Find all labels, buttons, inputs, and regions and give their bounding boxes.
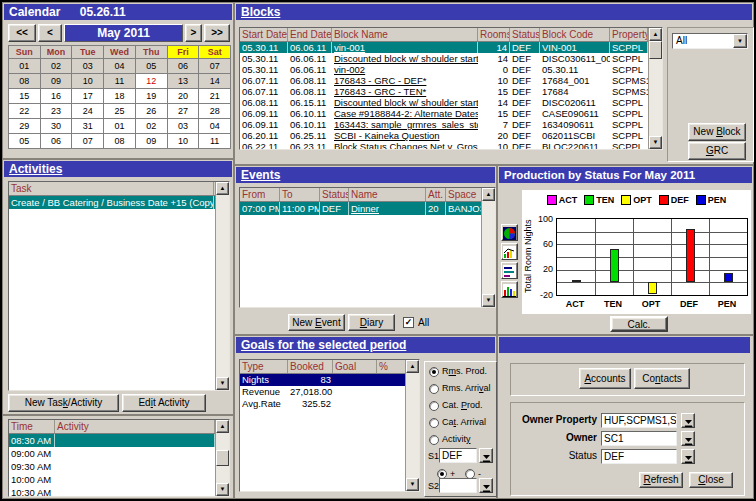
calendar-day[interactable]: 22 bbox=[9, 104, 41, 119]
accounts-button[interactable]: Accounts bbox=[579, 368, 631, 389]
calendar-day[interactable]: 09 bbox=[136, 134, 168, 149]
activities-title[interactable]: Activities bbox=[9, 162, 62, 176]
s1-input[interactable]: DEF bbox=[439, 448, 477, 463]
time-schedule-list[interactable]: TimeActivity08:30 AM09:00 AM09:30 AM10:0… bbox=[8, 419, 230, 497]
calendar-day[interactable]: 11 bbox=[104, 74, 136, 89]
lov-button[interactable] bbox=[681, 431, 695, 446]
s1-lov-button[interactable] bbox=[479, 448, 493, 463]
scroll-up-icon[interactable]: ▲ bbox=[482, 188, 495, 201]
calendar-day[interactable]: 30 bbox=[41, 119, 73, 134]
calendar-day[interactable]: 16 bbox=[41, 89, 73, 104]
calendar-day[interactable]: 27 bbox=[168, 104, 200, 119]
scroll-down-icon[interactable]: ▼ bbox=[406, 478, 419, 491]
chart-type-3d-bar-chart-button[interactable] bbox=[501, 281, 518, 298]
block-filter-select[interactable]: All ▼ bbox=[672, 33, 748, 49]
contacts-button[interactable]: Contacts bbox=[634, 368, 690, 389]
table-row[interactable]: 09:30 AM bbox=[9, 460, 229, 473]
events-title[interactable]: Events bbox=[241, 168, 280, 182]
calendar-day[interactable]: 29 bbox=[9, 119, 41, 134]
goal-scope-radio[interactable] bbox=[429, 384, 439, 394]
edit-activity-button[interactable]: Edit Activity bbox=[122, 394, 206, 412]
calendar-day[interactable]: 12 bbox=[136, 74, 168, 89]
new-task-activity-button[interactable]: New Task/Activity bbox=[8, 394, 119, 412]
next-year-button[interactable]: >> bbox=[204, 24, 230, 42]
calendar-day[interactable]: 06 bbox=[168, 59, 200, 74]
goal-scope-radio[interactable] bbox=[429, 418, 439, 428]
calendar-day[interactable]: 04 bbox=[104, 59, 136, 74]
calendar-day[interactable]: 03 bbox=[168, 119, 200, 134]
blocks-table[interactable]: Start DateEnd DateBlock NameRoomsStatusB… bbox=[239, 27, 663, 150]
grc-button[interactable]: GRC bbox=[688, 142, 746, 160]
lov-button[interactable] bbox=[681, 413, 695, 428]
goals-table[interactable]: TypeBookedGoal%Nights83Revenue27,018.00A… bbox=[239, 359, 420, 492]
calendar-day[interactable]: 20 bbox=[168, 89, 200, 104]
calendar-day[interactable]: 18 bbox=[104, 89, 136, 104]
calendar-day[interactable]: 02 bbox=[41, 59, 73, 74]
calendar-day[interactable]: 07 bbox=[199, 59, 231, 74]
table-row[interactable]: 06.22.1106.23.11Block Status Changes Net… bbox=[240, 141, 662, 150]
chart-type-bar-chart-button[interactable] bbox=[501, 243, 518, 260]
diary-button[interactable]: Diary bbox=[348, 314, 395, 331]
chart-type-horizontal-bar-chart-button[interactable] bbox=[501, 262, 518, 279]
calendar-day[interactable]: 28 bbox=[199, 104, 231, 119]
new-block-button[interactable]: New Block bbox=[688, 123, 746, 141]
calendar-day[interactable]: 01 bbox=[104, 119, 136, 134]
activities-list[interactable]: TaskCreate / BB Catering / Business Date… bbox=[8, 181, 230, 391]
goal-scope-radio[interactable] bbox=[429, 367, 439, 377]
status-input[interactable]: DEF bbox=[601, 449, 677, 464]
table-row[interactable]: 06.08.1106.15.11Discounted block w/ shou… bbox=[240, 97, 662, 108]
events-table[interactable]: FromToStatusNameAtt.Space07:00 PM11:00 P… bbox=[239, 187, 496, 308]
calendar-day[interactable]: 03 bbox=[72, 59, 104, 74]
calendar-day[interactable]: 10 bbox=[72, 74, 104, 89]
calendar-day[interactable]: 05 bbox=[136, 59, 168, 74]
goals-title[interactable]: Goals for the selected period bbox=[241, 338, 406, 352]
table-row[interactable]: 09:00 AM bbox=[9, 447, 229, 460]
prev-month-button[interactable]: < bbox=[38, 24, 62, 42]
table-row[interactable]: 08:30 AM bbox=[9, 434, 229, 447]
table-row[interactable]: 06.09.1106.10.11Case #9188844-2: Alterna… bbox=[240, 108, 662, 119]
prev-year-button[interactable]: << bbox=[8, 24, 36, 42]
table-row[interactable]: Create / BB Catering / Business Date +15… bbox=[9, 196, 229, 209]
calendar-day[interactable]: 15 bbox=[9, 89, 41, 104]
scroll-up-icon[interactable]: ▲ bbox=[649, 28, 662, 41]
scroll-down-icon[interactable]: ▼ bbox=[216, 377, 229, 390]
calendar-day[interactable]: 08 bbox=[9, 74, 41, 89]
calendar-day[interactable]: 19 bbox=[136, 89, 168, 104]
next-month-button[interactable]: > bbox=[185, 24, 202, 42]
table-row[interactable]: Revenue27,018.00 bbox=[240, 386, 419, 398]
new-event-button[interactable]: New Event bbox=[288, 314, 345, 331]
calendar-day[interactable]: 21 bbox=[199, 89, 231, 104]
table-row[interactable]: 06.09.1106.10.11163443: sample_grmres_sa… bbox=[240, 119, 662, 130]
table-row[interactable]: 06.20.1106.25.11SCBI - Kaineka Question2… bbox=[240, 130, 662, 141]
all-events-checkbox[interactable]: ✓ bbox=[403, 317, 414, 328]
s2-lov-button[interactable] bbox=[479, 478, 493, 493]
refresh-button[interactable]: Refresh bbox=[639, 472, 683, 488]
calendar-day[interactable]: 06 bbox=[41, 134, 73, 149]
goal-scope-radio[interactable] bbox=[429, 401, 439, 411]
scroll-down-icon[interactable]: ▼ bbox=[649, 136, 662, 149]
calendar-day[interactable]: 05 bbox=[9, 134, 41, 149]
calendar-day[interactable]: 13 bbox=[168, 74, 200, 89]
owner-input[interactable]: SC1 bbox=[601, 431, 677, 446]
scroll-up-icon[interactable]: ▲ bbox=[216, 420, 229, 433]
calendar-day[interactable]: 08 bbox=[104, 134, 136, 149]
scrollbar[interactable]: ▲▼ bbox=[481, 188, 495, 307]
blocks-title[interactable]: Blocks bbox=[241, 5, 280, 19]
table-row[interactable]: 10:30 AM bbox=[9, 486, 229, 497]
goal-scope-radio[interactable] bbox=[429, 435, 439, 445]
calendar-day[interactable]: 11 bbox=[199, 134, 231, 149]
calendar-day[interactable]: 02 bbox=[136, 119, 168, 134]
scrollbar[interactable]: ▲▼ bbox=[648, 28, 662, 149]
calendar-day[interactable]: 17 bbox=[72, 89, 104, 104]
calendar-day[interactable]: 09 bbox=[41, 74, 73, 89]
scroll-down-icon[interactable]: ▼ bbox=[216, 483, 229, 496]
table-row[interactable]: 10:00 AM bbox=[9, 473, 229, 486]
calendar-day[interactable]: 04 bbox=[199, 119, 231, 134]
calendar-day[interactable]: 26 bbox=[136, 104, 168, 119]
table-row[interactable]: Avg.Rate325.52 bbox=[240, 398, 419, 410]
scrollbar[interactable]: ▲▼ bbox=[215, 182, 229, 390]
calendar-day[interactable]: 23 bbox=[41, 104, 73, 119]
table-row[interactable]: 07:00 PM11:00 PMDEFDinner20BANJO3 bbox=[240, 202, 495, 215]
lov-button[interactable] bbox=[681, 449, 695, 464]
table-row[interactable]: 05.30.1106.06.11vin-00114DEFVIN-001SCPPL bbox=[240, 42, 662, 53]
